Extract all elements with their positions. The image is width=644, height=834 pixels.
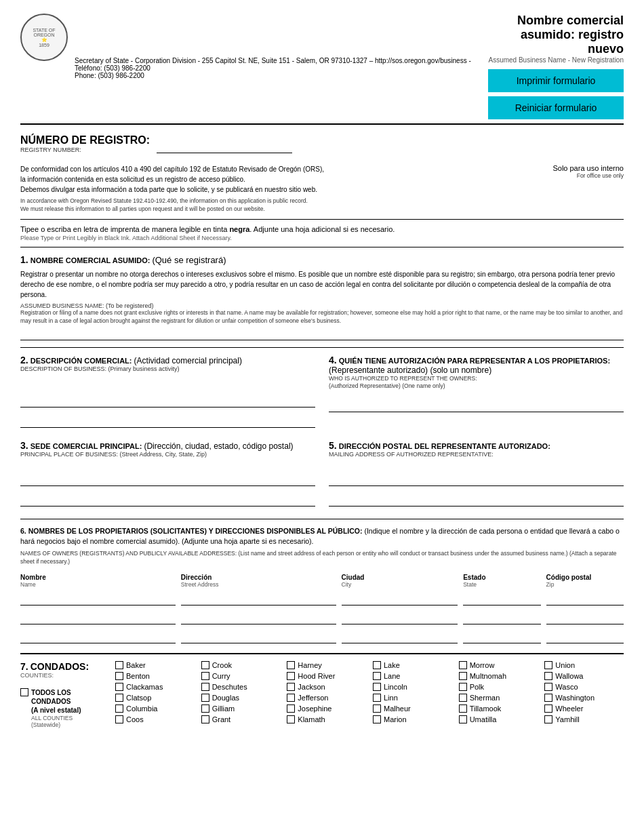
county-morrow-label: Morrow [470,661,495,669]
county-malheur-label: Malheur [384,704,411,713]
county-jefferson: Jefferson [287,694,366,702]
section-5-line-2[interactable] [329,492,624,507]
county-yamhill-checkbox[interactable] [544,715,552,723]
all-counties-checkbox[interactable] [20,688,28,696]
all-counties-label-block: TODOS LOS CONDADOS (A nivel estatal) ALL… [31,688,108,728]
county-hood-river-checkbox[interactable] [287,672,295,680]
county-lake-checkbox[interactable] [373,661,381,669]
county-jackson-checkbox[interactable] [287,683,295,691]
owners-row-2-direccion[interactable] [181,610,336,624]
county-klamath: Klamath [287,715,366,723]
county-baker-checkbox[interactable] [115,661,123,669]
registry-label-block: NÚMERO DE REGISTRO: REGISTRY NUMBER: [20,134,150,153]
owners-row-2-codigo[interactable] [546,610,624,624]
county-clatsop-checkbox[interactable] [115,694,123,702]
county-benton-checkbox[interactable] [115,672,123,680]
section-3-line-1[interactable] [20,471,315,486]
section-5-title: DIRECCIÓN POSTAL DEL REPRESENTANTE AUTOR… [339,442,550,450]
section-5-header: 5. DIRECCIÓN POSTAL DEL REPRESENTANTE AU… [329,440,624,458]
owners-row-3-direccion[interactable] [181,629,336,643]
county-marion-checkbox[interactable] [373,715,381,723]
county-curry-checkbox[interactable] [201,672,209,680]
county-clackamas-checkbox[interactable] [115,683,123,691]
county-yamhill: Yamhill [544,715,624,723]
owners-row-2-ciudad[interactable] [342,610,458,624]
county-coos-checkbox[interactable] [115,715,123,723]
county-polk-checkbox[interactable] [459,683,467,691]
owners-row-1-estado[interactable] [463,591,540,605]
counties-row-4: Clatsop Douglas Jefferson Linn Sherman [115,694,624,702]
county-malheur-checkbox[interactable] [373,704,381,713]
header-left: STATE OFOREGON⭐1859 Secretary of State -… [20,14,488,79]
county-benton-label: Benton [126,672,150,680]
county-crook: Crook [201,661,281,669]
county-gilliam-checkbox[interactable] [201,704,209,713]
owners-row-1-direccion[interactable] [181,591,336,605]
county-morrow-checkbox[interactable] [459,661,467,669]
county-sherman-checkbox[interactable] [459,694,467,702]
owners-row-3-ciudad[interactable] [342,629,458,643]
county-deschutes-checkbox[interactable] [201,683,209,691]
col-estado-header: Estado State [463,573,540,588]
info-block: De conformidad con los artículos 410 a 4… [20,164,624,214]
county-lincoln-checkbox[interactable] [373,683,381,691]
section-2-line-1[interactable] [20,393,315,408]
owners-table-header: Nombre Name Dirección Street Address Ciu… [20,573,624,588]
county-jefferson-label: Jefferson [298,694,328,702]
owners-row-2-estado[interactable] [463,610,540,624]
section-1-input[interactable] [20,325,624,340]
owners-row-3-codigo[interactable] [546,629,624,643]
county-grant-checkbox[interactable] [201,715,209,723]
owners-row-1-ciudad[interactable] [342,591,458,605]
county-douglas-checkbox[interactable] [201,694,209,702]
county-union: Union [544,661,624,669]
owners-row-2-nombre[interactable] [20,610,176,624]
county-lincoln-label: Lincoln [384,683,407,691]
owners-row-2 [20,610,624,624]
section-6: 6. NOMBRES DE LOS PROPIETARIOS (SOLICITA… [20,526,624,643]
section-3-line-2[interactable] [20,492,315,507]
county-crook-checkbox[interactable] [201,661,209,669]
county-wallowa: Wallowa [544,672,624,680]
county-josephine-label: Josephine [298,704,331,713]
county-columbia-checkbox[interactable] [115,704,123,713]
section-2-title2: (Actividad comercial principal) [134,356,242,365]
county-benton: Benton [115,672,195,680]
buttons-area: Imprimir formulario Reiniciar formulario [488,69,624,119]
county-union-checkbox[interactable] [544,661,552,669]
county-umatilla-checkbox[interactable] [459,715,467,723]
section-4-line-1[interactable] [329,397,624,412]
county-linn-checkbox[interactable] [373,694,381,702]
county-umatilla: Umatilla [459,715,538,723]
county-morrow: Morrow [459,661,538,669]
counties-left: 7. CONDADOS: COUNTIES: TODOS LOS CONDADO… [20,661,108,728]
section-3-header: 3. SEDE COMERCIAL PRINCIPAL: (Dirección,… [20,440,315,458]
section-5-line-1[interactable] [329,471,624,486]
county-josephine-checkbox[interactable] [287,704,295,713]
owners-row-1-codigo[interactable] [546,591,624,605]
print-button[interactable]: Imprimir formulario [488,69,624,92]
registry-input-line[interactable] [157,140,292,153]
county-multnomah-checkbox[interactable] [459,672,467,680]
owners-row-3-estado[interactable] [463,629,540,643]
county-washington-checkbox[interactable] [544,694,552,702]
phone-line: Phone: (503) 986-2200 [75,72,488,79]
address-line: Secretary of State - Corporation Divisio… [75,57,488,72]
county-douglas: Douglas [201,694,281,702]
owners-row-3 [20,629,624,643]
county-sherman: Sherman [459,694,538,702]
section-2-line-2[interactable] [20,413,315,428]
divider-4 [20,519,624,519]
county-wasco-checkbox[interactable] [544,683,552,691]
county-wheeler-checkbox[interactable] [544,704,552,713]
county-klamath-checkbox[interactable] [287,715,295,723]
county-tillamook-checkbox[interactable] [459,704,467,713]
reset-button[interactable]: Reiniciar formulario [488,96,624,119]
county-wallowa-checkbox[interactable] [544,672,552,680]
county-harney-checkbox[interactable] [287,661,295,669]
county-jefferson-checkbox[interactable] [287,694,295,702]
owners-row-3-nombre[interactable] [20,629,176,643]
owners-row-1-nombre[interactable] [20,591,176,605]
county-lane-checkbox[interactable] [373,672,381,680]
section-3-title2: (Dirección, ciudad, estado, código posta… [144,441,293,451]
